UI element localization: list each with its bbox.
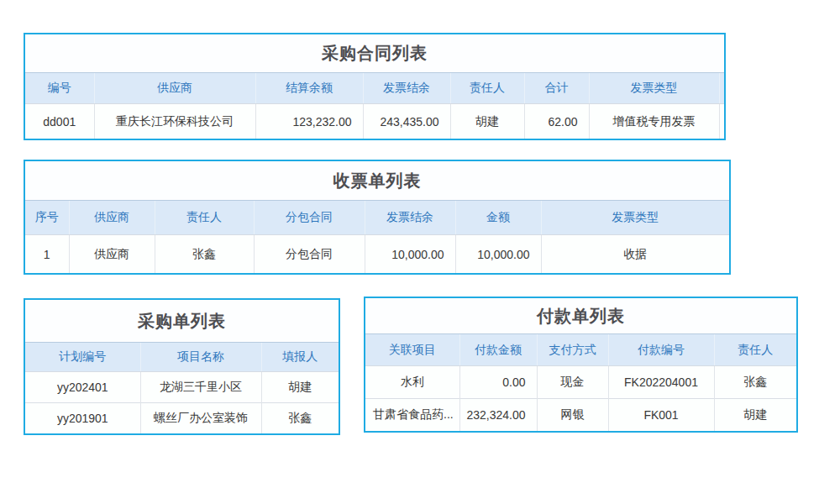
table-row[interactable]: yy201901 螺丝厂办公室装饰 张鑫 [25,403,339,434]
cell-filler: 胡建 [261,372,339,403]
cell-invoice-type: 增值税专用发票 [589,104,719,139]
cell-supplier: 重庆长江环保科技公司 [94,104,255,139]
column-header-total: 合计 [524,73,589,104]
column-header-invoice-type: 发票类型 [541,201,729,235]
purchase-order-table: 计划编号 项目名称 填报人 yy202401 龙湖三千里小区 胡建 yy2019… [25,342,339,433]
column-header-supplier: 供应商 [94,73,255,104]
cell-responsible: 张鑫 [155,235,254,274]
column-header-subcontract: 分包合同 [254,201,365,235]
cell-payment-amount: 232,324.00 [459,399,537,432]
cell-settlement-balance: 123,232.00 [255,104,363,139]
column-header-related-project: 关联项目 [365,334,459,366]
cell-payment-method: 现金 [537,366,608,399]
received-invoice-list-panel: 收票单列表 序号 供应商 责任人 分包合同 发票结余 金额 发票类型 1 供应商… [24,160,731,275]
header-row: 序号 供应商 责任人 分包合同 发票结余 金额 发票类型 [25,201,729,235]
cell-plan-code: yy201901 [25,403,140,434]
cell-plan-code: yy202401 [25,372,140,403]
column-header-responsible: 责任人 [155,201,254,235]
table-row[interactable]: yy202401 龙湖三千里小区 胡建 [25,372,339,403]
payment-list-title: 付款单列表 [365,298,796,333]
received-invoice-table: 序号 供应商 责任人 分包合同 发票结余 金额 发票类型 1 供应商 张鑫 分包… [25,200,729,273]
cell-payment-method: 网银 [537,399,608,432]
cell-invoice-balance: 10,000.00 [365,235,455,274]
cell-supplier: 供应商 [69,235,155,274]
cell-subcontract: 分包合同 [254,235,365,274]
column-header-invoice-balance: 发票结余 [365,201,455,235]
cell-responsible: 胡建 [450,104,524,139]
purchase-contract-list-title: 采购合同列表 [25,34,724,72]
column-header-payment-method: 支付方式 [537,334,608,366]
cell-payment-code: FK001 [608,399,714,432]
scrollbar-spacer [719,73,724,104]
purchase-order-list-title: 采购单列表 [25,300,339,342]
column-header-invoice-type: 发票类型 [589,73,719,104]
column-header-plan-code: 计划编号 [25,343,140,372]
cell-responsible: 张鑫 [714,366,796,399]
cell-code: dd001 [25,104,94,139]
purchase-contract-table: 编号 供应商 结算余额 发票结余 责任人 合计 发票类型 dd001 重庆长江环… [25,72,724,139]
purchase-contract-list-panel: 采购合同列表 编号 供应商 结算余额 发票结余 责任人 合计 发票类型 dd00… [24,33,726,140]
column-header-supplier: 供应商 [69,201,155,235]
cell-project-name: 螺丝厂办公室装饰 [140,403,261,434]
header-row: 编号 供应商 结算余额 发票结余 责任人 合计 发票类型 [25,73,724,104]
column-header-payment-amount: 付款金额 [459,334,537,366]
header-row: 计划编号 项目名称 填报人 [25,343,339,372]
column-header-project-name: 项目名称 [140,343,261,372]
column-header-responsible: 责任人 [714,334,796,366]
cell-total: 62.00 [524,104,589,139]
cell-invoice-type: 收据 [541,235,729,274]
column-header-filler: 填报人 [261,343,339,372]
column-header-settlement-balance: 结算余额 [255,73,363,104]
cell-amount: 10,000.00 [455,235,541,274]
received-invoice-list-title: 收票单列表 [25,161,729,200]
table-row[interactable]: 甘肃省食品药... 232,324.00 网银 FK001 胡建 [365,399,796,432]
table-row[interactable]: 1 供应商 张鑫 分包合同 10,000.00 10,000.00 收据 [25,235,729,274]
column-header-amount: 金额 [455,201,541,235]
column-header-seq: 序号 [25,201,69,235]
column-header-payment-code: 付款编号 [608,334,714,366]
table-row[interactable]: dd001 重庆长江环保科技公司 123,232.00 243,435.00 胡… [25,104,724,139]
scrollbar-spacer [719,104,724,139]
table-row[interactable]: 水利 0.00 现金 FK202204001 张鑫 [365,366,796,399]
column-header-code: 编号 [25,73,94,104]
cell-responsible: 胡建 [714,399,796,432]
cell-related-project: 甘肃省食品药... [365,399,459,432]
cell-invoice-balance: 243,435.00 [363,104,450,139]
column-header-invoice-balance: 发票结余 [363,73,450,104]
purchase-order-list-panel: 采购单列表 计划编号 项目名称 填报人 yy202401 龙湖三千里小区 胡建 … [24,298,340,435]
cell-filler: 张鑫 [261,403,339,434]
cell-payment-code: FK202204001 [608,366,714,399]
cell-project-name: 龙湖三千里小区 [140,372,261,403]
column-header-responsible: 责任人 [450,73,524,104]
cell-payment-amount: 0.00 [459,366,537,399]
cell-seq: 1 [25,235,69,274]
payment-table: 关联项目 付款金额 支付方式 付款编号 责任人 水利 0.00 现金 FK202… [365,333,796,431]
payment-list-panel: 付款单列表 关联项目 付款金额 支付方式 付款编号 责任人 水利 0.00 现金… [364,297,798,433]
header-row: 关联项目 付款金额 支付方式 付款编号 责任人 [365,334,796,366]
cell-related-project: 水利 [365,366,459,399]
